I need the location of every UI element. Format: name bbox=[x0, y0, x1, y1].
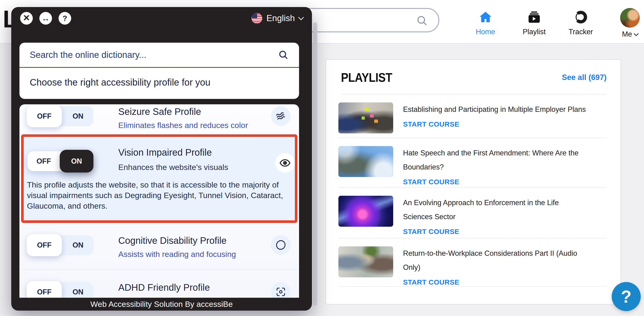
nav-label-me: Me bbox=[622, 30, 632, 39]
course-title: Return-to-the-Workplace Considerations P… bbox=[403, 246, 590, 274]
seizure-profile-row: OFF ON Seizure Safe Profile Eliminates f… bbox=[20, 106, 299, 130]
vision-profile-highlighted-section: OFF ON Vision Impaired Profile Enhances … bbox=[21, 134, 298, 223]
nav-label-playlist: Playlist bbox=[523, 28, 546, 36]
dictionary-search-input[interactable]: Search the online dictionary... bbox=[20, 43, 299, 68]
toggle-off-label: OFF bbox=[28, 151, 60, 171]
divider bbox=[20, 269, 298, 269]
close-button[interactable]: × bbox=[20, 12, 33, 25]
nav-item-home[interactable]: Home bbox=[465, 9, 506, 36]
adhd-profile-toggle[interactable]: OFF ON bbox=[28, 282, 94, 298]
search-icon bbox=[278, 50, 289, 60]
panel-scrollbar[interactable] bbox=[313, 22, 317, 306]
toggle-off-label: OFF bbox=[27, 234, 62, 256]
nav-item-tracker[interactable]: Tracker bbox=[560, 9, 602, 36]
cognitive-profile-toggle[interactable]: OFF ON bbox=[28, 235, 94, 255]
nav-label-home: Home bbox=[476, 28, 495, 36]
profile-subtitle: Enhances the website's visuals bbox=[118, 163, 228, 172]
us-flag-icon bbox=[252, 13, 262, 24]
search-icon bbox=[416, 15, 428, 27]
profile-title: Cognitive Disability Profile bbox=[118, 235, 236, 246]
eye-icon bbox=[275, 153, 295, 173]
course-list-item: Establishing and Participating in Multip… bbox=[338, 95, 606, 138]
user-avatar bbox=[620, 8, 640, 28]
profile-title: Seizure Safe Profile bbox=[118, 106, 248, 117]
profile-subtitle: Assists with reading and focusing bbox=[118, 250, 236, 259]
course-thumbnail[interactable] bbox=[338, 196, 393, 227]
playlist-icon bbox=[528, 9, 540, 25]
start-course-link[interactable]: START COURSE bbox=[403, 120, 459, 128]
profile-title: ADHD Friendly Profile bbox=[118, 282, 246, 293]
start-course-link[interactable]: START COURSE bbox=[403, 278, 459, 286]
course-title: An Evolving Approach to Enforcement in t… bbox=[403, 196, 581, 224]
profile-title: Vision Impaired Profile bbox=[118, 147, 212, 158]
panel-search-card: Search the online dictionary... Choose t… bbox=[20, 43, 299, 99]
course-title: Establishing and Participating in Multip… bbox=[403, 102, 586, 117]
language-label: English bbox=[266, 13, 295, 23]
start-course-link[interactable]: START COURSE bbox=[403, 178, 459, 186]
playlist-card: PLAYLIST See all (697) Establishing and … bbox=[326, 59, 621, 304]
search-placeholder: Search the online dictionary... bbox=[30, 50, 278, 60]
course-list-item: Return-to-the-Workplace Considerations P… bbox=[338, 238, 606, 287]
toggle-off-label: OFF bbox=[27, 281, 62, 298]
home-icon bbox=[479, 9, 492, 25]
course-thumbnail[interactable] bbox=[338, 246, 393, 277]
cognitive-icon bbox=[271, 235, 290, 255]
cognitive-profile-row: OFF ON Cognitive Disability Profile Assi… bbox=[20, 235, 299, 259]
adhd-profile-row: OFF ON ADHD Friendly Profile More focuse… bbox=[20, 282, 299, 298]
accessibe-footer[interactable]: Web Accessibility Solution By accessiBe bbox=[11, 298, 312, 310]
help-button-panel[interactable]: ? bbox=[58, 12, 71, 25]
course-thumbnail[interactable] bbox=[338, 146, 393, 177]
adhd-focus-icon bbox=[271, 282, 290, 298]
chevron-down-icon bbox=[634, 31, 638, 36]
see-all-link[interactable]: See all (697) bbox=[562, 73, 606, 82]
move-panel-button[interactable]: ↔ bbox=[39, 12, 52, 25]
playlist-title: PLAYLIST bbox=[341, 70, 392, 85]
language-selector[interactable]: English bbox=[252, 13, 303, 24]
nav-label-tracker: Tracker bbox=[568, 28, 593, 36]
course-thumbnail[interactable] bbox=[338, 102, 393, 133]
profile-subtitle: Eliminates flashes and reduces color bbox=[118, 121, 248, 130]
help-button[interactable]: ? bbox=[612, 282, 641, 311]
course-title: Hate Speech and the First Amendment: Whe… bbox=[403, 146, 590, 174]
course-list-item: Hate Speech and the First Amendment: Whe… bbox=[338, 138, 606, 188]
chevron-down-icon bbox=[298, 15, 304, 20]
vision-profile-toggle[interactable]: OFF ON bbox=[28, 151, 93, 171]
toggle-on-label: ON bbox=[62, 282, 94, 298]
profiles-list: OFF ON Seizure Safe Profile Eliminates f… bbox=[20, 104, 299, 298]
nav-item-playlist[interactable]: Playlist bbox=[514, 9, 555, 36]
nav-item-me[interactable]: Me bbox=[609, 8, 644, 39]
seizure-waves-icon bbox=[271, 106, 290, 126]
toggle-off-label: OFF bbox=[27, 105, 62, 127]
accessibility-panel: × ↔ ? English Search the online dictiona… bbox=[11, 7, 312, 310]
panel-header: × ↔ ? English bbox=[11, 7, 312, 30]
toggle-on-label: ON bbox=[62, 235, 94, 255]
profiles-heading: Choose the right accessibility profile f… bbox=[30, 77, 289, 88]
start-course-link[interactable]: START COURSE bbox=[403, 228, 459, 236]
seizure-profile-toggle[interactable]: OFF ON bbox=[28, 106, 94, 126]
toggle-on-label: ON bbox=[60, 150, 94, 173]
course-list-item: An Evolving Approach to Enforcement in t… bbox=[338, 188, 606, 238]
profile-description: This profile adjusts the website, so tha… bbox=[27, 180, 283, 211]
tracker-ring-icon bbox=[574, 9, 587, 25]
toggle-on-label: ON bbox=[62, 106, 94, 126]
